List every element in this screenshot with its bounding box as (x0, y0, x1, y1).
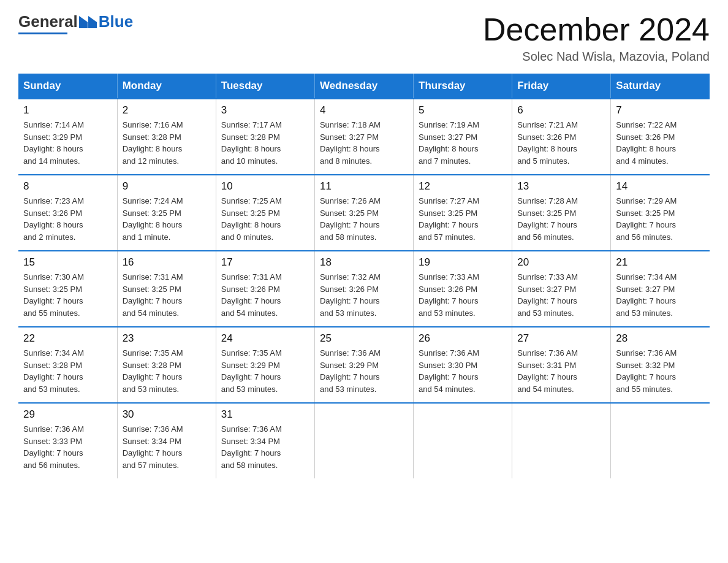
day-sun-info: Sunrise: 7:21 AM Sunset: 3:26 PM Dayligh… (517, 119, 605, 167)
day-number: 2 (123, 104, 211, 117)
calendar-cell: 31Sunrise: 7:36 AM Sunset: 3:34 PM Dayli… (216, 403, 314, 478)
day-sun-info: Sunrise: 7:36 AM Sunset: 3:29 PM Dayligh… (320, 347, 408, 395)
day-sun-info: Sunrise: 7:27 AM Sunset: 3:25 PM Dayligh… (419, 195, 507, 243)
calendar-cell: 21Sunrise: 7:34 AM Sunset: 3:27 PM Dayli… (611, 251, 710, 327)
logo-general-text: General (18, 12, 78, 31)
day-number: 3 (221, 104, 309, 117)
day-sun-info: Sunrise: 7:24 AM Sunset: 3:25 PM Dayligh… (123, 195, 211, 243)
day-number: 31 (221, 408, 309, 421)
title-section: December 2024 Solec Nad Wisla, Mazovia, … (483, 12, 710, 64)
calendar-cell: 12Sunrise: 7:27 AM Sunset: 3:25 PM Dayli… (414, 175, 512, 251)
calendar-header-row: SundayMondayTuesdayWednesdayThursdayFrid… (18, 74, 710, 99)
day-sun-info: Sunrise: 7:28 AM Sunset: 3:25 PM Dayligh… (517, 195, 605, 243)
day-number: 30 (123, 408, 211, 421)
column-header-monday: Monday (117, 74, 216, 99)
day-sun-info: Sunrise: 7:30 AM Sunset: 3:25 PM Dayligh… (23, 271, 112, 319)
day-sun-info: Sunrise: 7:18 AM Sunset: 3:27 PM Dayligh… (320, 119, 408, 167)
calendar-week-row: 29Sunrise: 7:36 AM Sunset: 3:33 PM Dayli… (18, 403, 710, 478)
day-sun-info: Sunrise: 7:36 AM Sunset: 3:31 PM Dayligh… (517, 347, 605, 395)
day-sun-info: Sunrise: 7:33 AM Sunset: 3:26 PM Dayligh… (419, 271, 507, 319)
calendar-cell: 15Sunrise: 7:30 AM Sunset: 3:25 PM Dayli… (18, 251, 117, 327)
calendar-cell: 25Sunrise: 7:36 AM Sunset: 3:29 PM Dayli… (314, 327, 413, 403)
day-number: 1 (23, 104, 112, 117)
day-number: 22 (23, 332, 112, 345)
day-number: 18 (320, 256, 408, 269)
calendar-cell: 17Sunrise: 7:31 AM Sunset: 3:26 PM Dayli… (216, 251, 314, 327)
calendar-cell: 3Sunrise: 7:17 AM Sunset: 3:28 PM Daylig… (216, 99, 314, 175)
day-sun-info: Sunrise: 7:35 AM Sunset: 3:29 PM Dayligh… (221, 347, 309, 395)
calendar-cell: 8Sunrise: 7:23 AM Sunset: 3:26 PM Daylig… (18, 175, 117, 251)
day-sun-info: Sunrise: 7:34 AM Sunset: 3:27 PM Dayligh… (616, 271, 705, 319)
day-sun-info: Sunrise: 7:16 AM Sunset: 3:28 PM Dayligh… (123, 119, 211, 167)
day-number: 26 (419, 332, 507, 345)
month-title: December 2024 (483, 12, 710, 47)
calendar-week-row: 22Sunrise: 7:34 AM Sunset: 3:28 PM Dayli… (18, 327, 710, 403)
day-number: 20 (517, 256, 605, 269)
calendar-cell: 5Sunrise: 7:19 AM Sunset: 3:27 PM Daylig… (414, 99, 512, 175)
day-number: 7 (616, 104, 705, 117)
column-header-saturday: Saturday (611, 74, 710, 99)
day-number: 14 (616, 180, 705, 193)
calendar-cell: 14Sunrise: 7:29 AM Sunset: 3:25 PM Dayli… (611, 175, 710, 251)
calendar-week-row: 8Sunrise: 7:23 AM Sunset: 3:26 PM Daylig… (18, 175, 710, 251)
day-sun-info: Sunrise: 7:29 AM Sunset: 3:25 PM Dayligh… (616, 195, 705, 243)
calendar-cell: 27Sunrise: 7:36 AM Sunset: 3:31 PM Dayli… (512, 327, 611, 403)
column-header-tuesday: Tuesday (216, 74, 314, 99)
day-sun-info: Sunrise: 7:23 AM Sunset: 3:26 PM Dayligh… (23, 195, 112, 243)
calendar-cell: 24Sunrise: 7:35 AM Sunset: 3:29 PM Dayli… (216, 327, 314, 403)
calendar-cell (314, 403, 413, 478)
calendar-table: SundayMondayTuesdayWednesdayThursdayFrid… (18, 74, 710, 478)
day-sun-info: Sunrise: 7:14 AM Sunset: 3:29 PM Dayligh… (23, 119, 112, 167)
calendar-cell: 18Sunrise: 7:32 AM Sunset: 3:26 PM Dayli… (314, 251, 413, 327)
day-number: 25 (320, 332, 408, 345)
day-sun-info: Sunrise: 7:17 AM Sunset: 3:28 PM Dayligh… (221, 119, 309, 167)
day-number: 29 (23, 408, 112, 421)
day-number: 9 (123, 180, 211, 193)
day-number: 5 (419, 104, 507, 117)
column-header-friday: Friday (512, 74, 611, 99)
day-number: 19 (419, 256, 507, 269)
calendar-cell: 13Sunrise: 7:28 AM Sunset: 3:25 PM Dayli… (512, 175, 611, 251)
day-number: 4 (320, 104, 408, 117)
day-sun-info: Sunrise: 7:36 AM Sunset: 3:32 PM Dayligh… (616, 347, 705, 395)
column-header-sunday: Sunday (18, 74, 117, 99)
calendar-cell: 10Sunrise: 7:25 AM Sunset: 3:25 PM Dayli… (216, 175, 314, 251)
day-number: 17 (221, 256, 309, 269)
day-number: 13 (517, 180, 605, 193)
day-sun-info: Sunrise: 7:36 AM Sunset: 3:30 PM Dayligh… (419, 347, 507, 395)
column-header-wednesday: Wednesday (314, 74, 413, 99)
calendar-week-row: 15Sunrise: 7:30 AM Sunset: 3:25 PM Dayli… (18, 251, 710, 327)
day-number: 16 (123, 256, 211, 269)
day-number: 8 (23, 180, 112, 193)
calendar-cell: 11Sunrise: 7:26 AM Sunset: 3:25 PM Dayli… (314, 175, 413, 251)
page-header: General Blue December 2024 Solec Nad Wis… (18, 12, 710, 64)
day-number: 12 (419, 180, 507, 193)
day-sun-info: Sunrise: 7:35 AM Sunset: 3:28 PM Dayligh… (123, 347, 211, 395)
logo-blue-text: Blue (99, 12, 133, 31)
calendar-cell: 16Sunrise: 7:31 AM Sunset: 3:25 PM Dayli… (117, 251, 216, 327)
day-number: 11 (320, 180, 408, 193)
day-sun-info: Sunrise: 7:34 AM Sunset: 3:28 PM Dayligh… (23, 347, 112, 395)
calendar-cell: 20Sunrise: 7:33 AM Sunset: 3:27 PM Dayli… (512, 251, 611, 327)
day-number: 10 (221, 180, 309, 193)
calendar-cell: 29Sunrise: 7:36 AM Sunset: 3:33 PM Dayli… (18, 403, 117, 478)
calendar-cell: 4Sunrise: 7:18 AM Sunset: 3:27 PM Daylig… (314, 99, 413, 175)
calendar-cell (611, 403, 710, 478)
day-sun-info: Sunrise: 7:19 AM Sunset: 3:27 PM Dayligh… (419, 119, 507, 167)
calendar-cell: 1Sunrise: 7:14 AM Sunset: 3:29 PM Daylig… (18, 99, 117, 175)
calendar-cell (512, 403, 611, 478)
calendar-week-row: 1Sunrise: 7:14 AM Sunset: 3:29 PM Daylig… (18, 99, 710, 175)
column-header-thursday: Thursday (414, 74, 512, 99)
day-sun-info: Sunrise: 7:36 AM Sunset: 3:34 PM Dayligh… (221, 423, 309, 471)
day-sun-info: Sunrise: 7:26 AM Sunset: 3:25 PM Dayligh… (320, 195, 408, 243)
calendar-cell: 7Sunrise: 7:22 AM Sunset: 3:26 PM Daylig… (611, 99, 710, 175)
day-sun-info: Sunrise: 7:36 AM Sunset: 3:33 PM Dayligh… (23, 423, 112, 471)
calendar-cell: 6Sunrise: 7:21 AM Sunset: 3:26 PM Daylig… (512, 99, 611, 175)
logo: General Blue (18, 12, 133, 34)
day-number: 23 (123, 332, 211, 345)
calendar-cell: 19Sunrise: 7:33 AM Sunset: 3:26 PM Dayli… (414, 251, 512, 327)
calendar-cell: 22Sunrise: 7:34 AM Sunset: 3:28 PM Dayli… (18, 327, 117, 403)
day-sun-info: Sunrise: 7:25 AM Sunset: 3:25 PM Dayligh… (221, 195, 309, 243)
day-number: 28 (616, 332, 705, 345)
day-sun-info: Sunrise: 7:32 AM Sunset: 3:26 PM Dayligh… (320, 271, 408, 319)
